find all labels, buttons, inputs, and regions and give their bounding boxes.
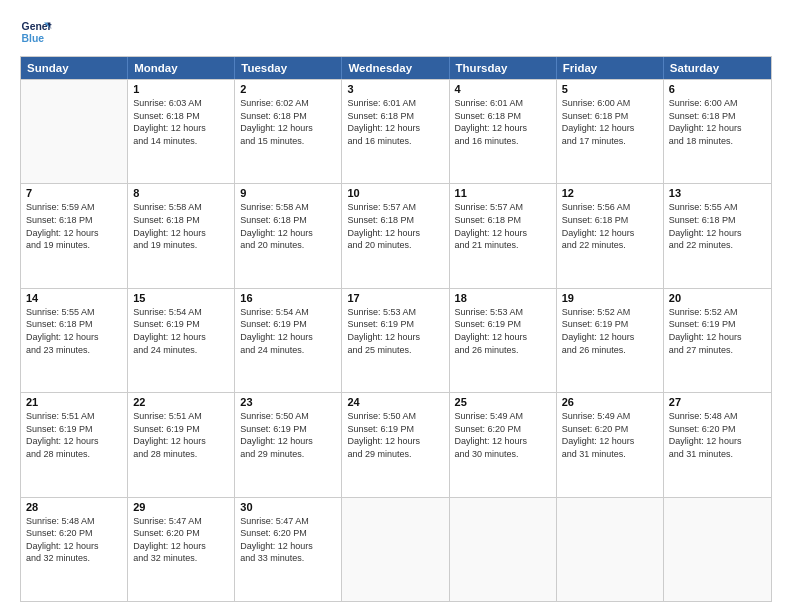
calendar-cell [21,80,128,183]
calendar-cell: 1Sunrise: 6:03 AM Sunset: 6:18 PM Daylig… [128,80,235,183]
day-number: 4 [455,83,551,95]
calendar-cell: 15Sunrise: 5:54 AM Sunset: 6:19 PM Dayli… [128,289,235,392]
day-number: 23 [240,396,336,408]
day-number: 2 [240,83,336,95]
day-number: 25 [455,396,551,408]
day-number: 8 [133,187,229,199]
page: General Blue SundayMondayTuesdayWednesda… [0,0,792,612]
calendar-cell: 30Sunrise: 5:47 AM Sunset: 6:20 PM Dayli… [235,498,342,601]
calendar-cell: 20Sunrise: 5:52 AM Sunset: 6:19 PM Dayli… [664,289,771,392]
calendar-cell: 27Sunrise: 5:48 AM Sunset: 6:20 PM Dayli… [664,393,771,496]
cell-info: Sunrise: 5:51 AM Sunset: 6:19 PM Dayligh… [133,410,229,460]
calendar-week: 28Sunrise: 5:48 AM Sunset: 6:20 PM Dayli… [21,497,771,601]
calendar-cell: 18Sunrise: 5:53 AM Sunset: 6:19 PM Dayli… [450,289,557,392]
calendar: SundayMondayTuesdayWednesdayThursdayFrid… [20,56,772,602]
calendar-body: 1Sunrise: 6:03 AM Sunset: 6:18 PM Daylig… [21,79,771,601]
calendar-cell: 7Sunrise: 5:59 AM Sunset: 6:18 PM Daylig… [21,184,128,287]
cell-info: Sunrise: 5:47 AM Sunset: 6:20 PM Dayligh… [240,515,336,565]
calendar-header: SundayMondayTuesdayWednesdayThursdayFrid… [21,57,771,79]
weekday-header: Tuesday [235,57,342,79]
day-number: 6 [669,83,766,95]
calendar-cell: 5Sunrise: 6:00 AM Sunset: 6:18 PM Daylig… [557,80,664,183]
calendar-cell: 24Sunrise: 5:50 AM Sunset: 6:19 PM Dayli… [342,393,449,496]
cell-info: Sunrise: 5:48 AM Sunset: 6:20 PM Dayligh… [26,515,122,565]
weekday-header: Friday [557,57,664,79]
day-number: 16 [240,292,336,304]
weekday-header: Monday [128,57,235,79]
logo: General Blue [20,16,56,48]
calendar-cell [450,498,557,601]
cell-info: Sunrise: 5:56 AM Sunset: 6:18 PM Dayligh… [562,201,658,251]
svg-text:Blue: Blue [22,33,45,44]
calendar-cell: 9Sunrise: 5:58 AM Sunset: 6:18 PM Daylig… [235,184,342,287]
cell-info: Sunrise: 5:58 AM Sunset: 6:18 PM Dayligh… [133,201,229,251]
calendar-cell: 19Sunrise: 5:52 AM Sunset: 6:19 PM Dayli… [557,289,664,392]
calendar-cell [664,498,771,601]
cell-info: Sunrise: 5:51 AM Sunset: 6:19 PM Dayligh… [26,410,122,460]
logo-icon: General Blue [20,16,52,48]
cell-info: Sunrise: 5:50 AM Sunset: 6:19 PM Dayligh… [240,410,336,460]
cell-info: Sunrise: 6:03 AM Sunset: 6:18 PM Dayligh… [133,97,229,147]
day-number: 9 [240,187,336,199]
calendar-cell: 13Sunrise: 5:55 AM Sunset: 6:18 PM Dayli… [664,184,771,287]
calendar-cell: 21Sunrise: 5:51 AM Sunset: 6:19 PM Dayli… [21,393,128,496]
cell-info: Sunrise: 6:00 AM Sunset: 6:18 PM Dayligh… [669,97,766,147]
cell-info: Sunrise: 5:57 AM Sunset: 6:18 PM Dayligh… [455,201,551,251]
weekday-header: Thursday [450,57,557,79]
cell-info: Sunrise: 6:02 AM Sunset: 6:18 PM Dayligh… [240,97,336,147]
day-number: 3 [347,83,443,95]
cell-info: Sunrise: 5:49 AM Sunset: 6:20 PM Dayligh… [455,410,551,460]
day-number: 17 [347,292,443,304]
calendar-cell: 25Sunrise: 5:49 AM Sunset: 6:20 PM Dayli… [450,393,557,496]
cell-info: Sunrise: 5:47 AM Sunset: 6:20 PM Dayligh… [133,515,229,565]
calendar-cell: 23Sunrise: 5:50 AM Sunset: 6:19 PM Dayli… [235,393,342,496]
cell-info: Sunrise: 5:49 AM Sunset: 6:20 PM Dayligh… [562,410,658,460]
cell-info: Sunrise: 6:01 AM Sunset: 6:18 PM Dayligh… [347,97,443,147]
calendar-cell [557,498,664,601]
cell-info: Sunrise: 5:54 AM Sunset: 6:19 PM Dayligh… [240,306,336,356]
calendar-cell [342,498,449,601]
calendar-cell: 26Sunrise: 5:49 AM Sunset: 6:20 PM Dayli… [557,393,664,496]
day-number: 10 [347,187,443,199]
cell-info: Sunrise: 5:57 AM Sunset: 6:18 PM Dayligh… [347,201,443,251]
cell-info: Sunrise: 5:53 AM Sunset: 6:19 PM Dayligh… [455,306,551,356]
day-number: 15 [133,292,229,304]
calendar-cell: 6Sunrise: 6:00 AM Sunset: 6:18 PM Daylig… [664,80,771,183]
calendar-cell: 28Sunrise: 5:48 AM Sunset: 6:20 PM Dayli… [21,498,128,601]
day-number: 1 [133,83,229,95]
day-number: 13 [669,187,766,199]
header: General Blue [20,16,772,48]
day-number: 20 [669,292,766,304]
calendar-cell: 29Sunrise: 5:47 AM Sunset: 6:20 PM Dayli… [128,498,235,601]
day-number: 11 [455,187,551,199]
day-number: 29 [133,501,229,513]
day-number: 7 [26,187,122,199]
day-number: 19 [562,292,658,304]
day-number: 22 [133,396,229,408]
calendar-cell: 8Sunrise: 5:58 AM Sunset: 6:18 PM Daylig… [128,184,235,287]
calendar-cell: 10Sunrise: 5:57 AM Sunset: 6:18 PM Dayli… [342,184,449,287]
calendar-cell: 12Sunrise: 5:56 AM Sunset: 6:18 PM Dayli… [557,184,664,287]
day-number: 27 [669,396,766,408]
day-number: 18 [455,292,551,304]
cell-info: Sunrise: 6:00 AM Sunset: 6:18 PM Dayligh… [562,97,658,147]
day-number: 28 [26,501,122,513]
calendar-week: 1Sunrise: 6:03 AM Sunset: 6:18 PM Daylig… [21,79,771,183]
calendar-cell: 4Sunrise: 6:01 AM Sunset: 6:18 PM Daylig… [450,80,557,183]
calendar-cell: 16Sunrise: 5:54 AM Sunset: 6:19 PM Dayli… [235,289,342,392]
calendar-cell: 14Sunrise: 5:55 AM Sunset: 6:18 PM Dayli… [21,289,128,392]
cell-info: Sunrise: 5:55 AM Sunset: 6:18 PM Dayligh… [26,306,122,356]
cell-info: Sunrise: 5:58 AM Sunset: 6:18 PM Dayligh… [240,201,336,251]
weekday-header: Sunday [21,57,128,79]
cell-info: Sunrise: 5:52 AM Sunset: 6:19 PM Dayligh… [669,306,766,356]
calendar-cell: 22Sunrise: 5:51 AM Sunset: 6:19 PM Dayli… [128,393,235,496]
calendar-week: 21Sunrise: 5:51 AM Sunset: 6:19 PM Dayli… [21,392,771,496]
day-number: 30 [240,501,336,513]
day-number: 24 [347,396,443,408]
cell-info: Sunrise: 6:01 AM Sunset: 6:18 PM Dayligh… [455,97,551,147]
weekday-header: Wednesday [342,57,449,79]
cell-info: Sunrise: 5:50 AM Sunset: 6:19 PM Dayligh… [347,410,443,460]
cell-info: Sunrise: 5:52 AM Sunset: 6:19 PM Dayligh… [562,306,658,356]
calendar-week: 14Sunrise: 5:55 AM Sunset: 6:18 PM Dayli… [21,288,771,392]
weekday-header: Saturday [664,57,771,79]
